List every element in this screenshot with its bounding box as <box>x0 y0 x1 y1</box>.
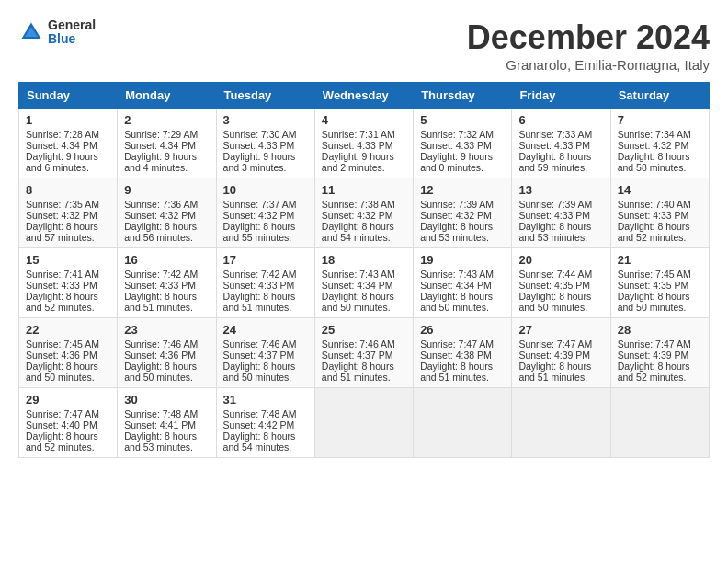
sunrise-text: Sunrise: 7:29 AM <box>124 129 198 140</box>
daylight-text: Daylight: 9 hours and 3 minutes. <box>223 151 296 173</box>
calendar-cell: 25 Sunrise: 7:46 AM Sunset: 4:37 PM Dayl… <box>314 318 413 388</box>
daylight-text: Daylight: 8 hours and 50 minutes. <box>124 361 197 383</box>
sunset-text: Sunset: 4:32 PM <box>420 210 492 221</box>
sunrise-text: Sunrise: 7:42 AM <box>124 269 198 280</box>
daylight-text: Daylight: 8 hours and 55 minutes. <box>223 221 296 243</box>
day-number: 30 <box>124 393 209 407</box>
sunrise-text: Sunrise: 7:28 AM <box>26 129 99 140</box>
daylight-text: Daylight: 9 hours and 4 minutes. <box>124 151 197 173</box>
calendar-cell <box>414 388 512 458</box>
sunrise-text: Sunrise: 7:45 AM <box>618 269 691 280</box>
day-number: 11 <box>322 183 406 197</box>
daylight-text: Daylight: 8 hours and 53 minutes. <box>518 221 591 243</box>
sunset-text: Sunset: 4:33 PM <box>518 210 590 221</box>
day-number: 25 <box>322 323 406 337</box>
calendar-cell: 29 Sunrise: 7:47 AM Sunset: 4:40 PM Dayl… <box>19 388 118 458</box>
calendar-cell <box>314 388 413 458</box>
sunrise-text: Sunrise: 7:35 AM <box>26 199 99 210</box>
day-number: 19 <box>420 253 505 267</box>
day-number: 17 <box>223 253 308 267</box>
calendar-cell: 28 Sunrise: 7:47 AM Sunset: 4:39 PM Dayl… <box>610 318 709 388</box>
day-number: 26 <box>420 323 505 337</box>
day-number: 23 <box>124 323 209 337</box>
sunrise-text: Sunrise: 7:36 AM <box>124 199 198 210</box>
weekday-header: Saturday <box>610 83 709 109</box>
calendar-cell: 6 Sunrise: 7:33 AM Sunset: 4:33 PM Dayli… <box>512 109 610 178</box>
daylight-text: Daylight: 8 hours and 52 minutes. <box>618 361 690 383</box>
day-number: 13 <box>518 183 603 197</box>
day-number: 3 <box>223 113 308 127</box>
daylight-text: Daylight: 8 hours and 53 minutes. <box>420 221 493 243</box>
sunset-text: Sunset: 4:38 PM <box>420 350 492 361</box>
calendar-cell <box>512 388 610 458</box>
daylight-text: Daylight: 8 hours and 56 minutes. <box>124 221 197 243</box>
calendar-cell: 14 Sunrise: 7:40 AM Sunset: 4:33 PM Dayl… <box>610 178 709 248</box>
sunrise-text: Sunrise: 7:47 AM <box>618 339 691 350</box>
weekday-header: Friday <box>512 83 610 109</box>
title-area: December 2024 Granarolo, Emilia-Romagna,… <box>467 18 710 73</box>
calendar-cell: 11 Sunrise: 7:38 AM Sunset: 4:32 PM Dayl… <box>314 178 413 248</box>
daylight-text: Daylight: 8 hours and 51 minutes. <box>223 291 296 313</box>
calendar-week-row: 1 Sunrise: 7:28 AM Sunset: 4:34 PM Dayli… <box>19 109 710 178</box>
day-number: 12 <box>420 183 505 197</box>
calendar-cell: 12 Sunrise: 7:39 AM Sunset: 4:32 PM Dayl… <box>414 178 512 248</box>
daylight-text: Daylight: 8 hours and 50 minutes. <box>322 291 394 313</box>
sunset-text: Sunset: 4:36 PM <box>26 350 97 361</box>
sunset-text: Sunset: 4:33 PM <box>124 280 196 291</box>
day-number: 7 <box>618 113 702 127</box>
sunset-text: Sunset: 4:33 PM <box>618 210 689 221</box>
day-number: 5 <box>420 113 505 127</box>
calendar-cell: 10 Sunrise: 7:37 AM Sunset: 4:32 PM Dayl… <box>216 178 314 248</box>
daylight-text: Daylight: 8 hours and 51 minutes. <box>322 361 394 383</box>
daylight-text: Daylight: 9 hours and 6 minutes. <box>26 151 98 173</box>
day-number: 9 <box>124 183 209 197</box>
day-number: 2 <box>124 113 209 127</box>
sunset-text: Sunset: 4:35 PM <box>618 280 689 291</box>
weekday-header: Tuesday <box>216 83 314 109</box>
sunset-text: Sunset: 4:32 PM <box>124 210 196 221</box>
sunrise-text: Sunrise: 7:47 AM <box>26 408 99 419</box>
calendar-cell: 31 Sunrise: 7:48 AM Sunset: 4:42 PM Dayl… <box>216 388 314 458</box>
calendar-cell: 9 Sunrise: 7:36 AM Sunset: 4:32 PM Dayli… <box>118 178 216 248</box>
sunrise-text: Sunrise: 7:48 AM <box>124 408 198 419</box>
daylight-text: Daylight: 8 hours and 51 minutes. <box>420 361 493 383</box>
sunrise-text: Sunrise: 7:44 AM <box>518 269 592 280</box>
daylight-text: Daylight: 8 hours and 50 minutes. <box>618 291 690 313</box>
calendar-cell: 16 Sunrise: 7:42 AM Sunset: 4:33 PM Dayl… <box>118 248 216 318</box>
day-number: 28 <box>618 323 702 337</box>
sunset-text: Sunset: 4:32 PM <box>322 210 393 221</box>
sunrise-text: Sunrise: 7:47 AM <box>518 339 592 350</box>
sunrise-text: Sunrise: 7:39 AM <box>518 199 592 210</box>
sunset-text: Sunset: 4:37 PM <box>322 350 393 361</box>
sunrise-text: Sunrise: 7:46 AM <box>223 339 297 350</box>
weekday-header: Thursday <box>414 83 512 109</box>
daylight-text: Daylight: 8 hours and 50 minutes. <box>26 361 98 383</box>
calendar-cell: 3 Sunrise: 7:30 AM Sunset: 4:33 PM Dayli… <box>216 109 314 178</box>
day-number: 1 <box>26 113 110 127</box>
daylight-text: Daylight: 8 hours and 50 minutes. <box>420 291 493 313</box>
calendar-cell: 7 Sunrise: 7:34 AM Sunset: 4:32 PM Dayli… <box>610 109 709 178</box>
calendar-week-row: 29 Sunrise: 7:47 AM Sunset: 4:40 PM Dayl… <box>19 388 710 458</box>
daylight-text: Daylight: 8 hours and 50 minutes. <box>518 291 591 313</box>
month-title: December 2024 <box>467 18 710 57</box>
sunrise-text: Sunrise: 7:38 AM <box>322 199 395 210</box>
logo-icon <box>18 19 44 45</box>
header: General Blue December 2024 Granarolo, Em… <box>18 18 710 73</box>
daylight-text: Daylight: 8 hours and 50 minutes. <box>223 361 296 383</box>
day-number: 21 <box>618 253 702 267</box>
sunset-text: Sunset: 4:32 PM <box>618 140 689 151</box>
sunset-text: Sunset: 4:33 PM <box>26 280 97 291</box>
sunset-text: Sunset: 4:33 PM <box>518 140 590 151</box>
calendar-cell: 21 Sunrise: 7:45 AM Sunset: 4:35 PM Dayl… <box>610 248 709 318</box>
day-number: 14 <box>618 183 702 197</box>
sunrise-text: Sunrise: 7:32 AM <box>420 129 494 140</box>
weekday-header: Wednesday <box>314 83 413 109</box>
day-number: 8 <box>26 183 110 197</box>
sunset-text: Sunset: 4:42 PM <box>223 419 295 431</box>
weekday-header: Monday <box>118 83 216 109</box>
calendar-cell: 23 Sunrise: 7:46 AM Sunset: 4:36 PM Dayl… <box>118 318 216 388</box>
sunset-text: Sunset: 4:37 PM <box>223 350 295 361</box>
sunrise-text: Sunrise: 7:43 AM <box>420 269 494 280</box>
calendar-cell <box>610 388 709 458</box>
sunrise-text: Sunrise: 7:40 AM <box>618 199 691 210</box>
